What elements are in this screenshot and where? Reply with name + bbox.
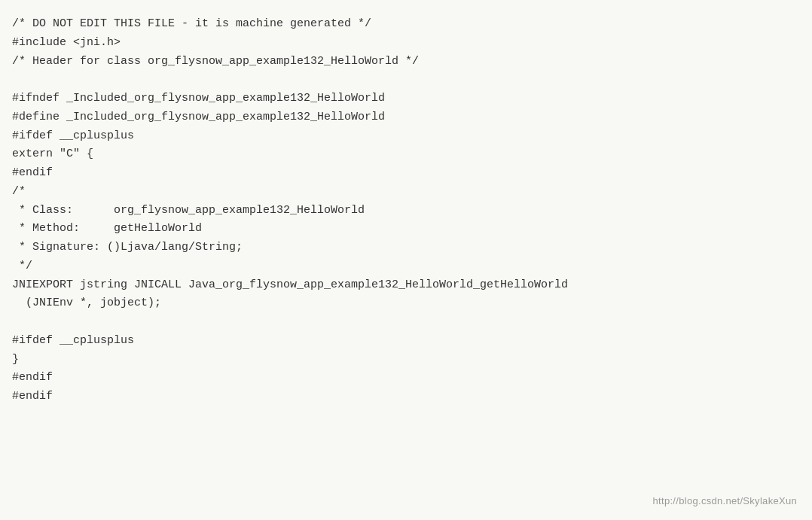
code-container: /* DO NOT EDIT THIS FILE - it is machine… [0, 0, 812, 520]
code-block: /* DO NOT EDIT THIS FILE - it is machine… [12, 15, 789, 406]
watermark: http://blog.csdn.net/SkylakeXun [653, 494, 797, 509]
